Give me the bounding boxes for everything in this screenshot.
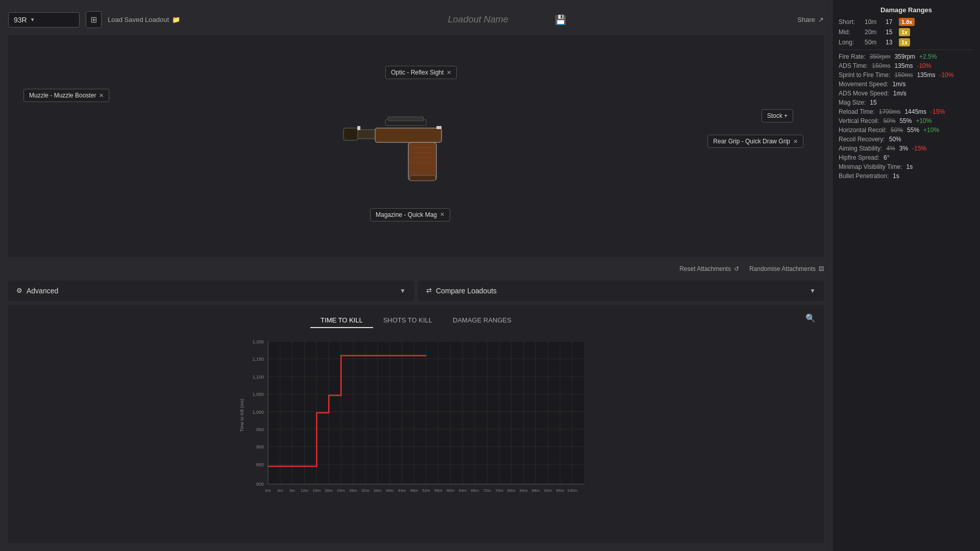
long-value: 13 xyxy=(886,39,896,46)
muzzle-close-icon[interactable]: ✕ xyxy=(99,92,104,99)
svg-text:12m: 12m xyxy=(301,488,309,493)
stat-ads-label: ADS Time: xyxy=(839,62,868,69)
gun-svg xyxy=(329,95,503,197)
magazine-label: Magazine - Quick Mag xyxy=(376,211,437,218)
svg-rect-5 xyxy=(408,142,436,181)
svg-text:850: 850 xyxy=(256,462,264,467)
svg-rect-3 xyxy=(344,128,358,140)
chevron-down-icon: ▼ xyxy=(30,17,35,22)
damage-ranges-title: Damage Ranges xyxy=(839,6,974,14)
tab-shots-to-kill[interactable]: SHOTS TO KILL xyxy=(373,313,443,328)
svg-text:96m: 96m xyxy=(556,488,565,493)
stat-fire-rate-old: 350rpm xyxy=(870,53,891,60)
advanced-label: Advanced xyxy=(27,287,396,295)
damage-row-long: Long: 50m 13 1x xyxy=(839,38,974,46)
stat-sprint-fire-label: Sprint to Fire Time: xyxy=(839,71,890,79)
weapon-select[interactable]: 93R ▼ xyxy=(8,12,80,28)
dice-icon: ⚄ xyxy=(819,265,824,272)
stock-label: Stock + xyxy=(767,112,788,119)
svg-text:800: 800 xyxy=(256,482,264,487)
zoom-icon[interactable]: 🔍 xyxy=(805,313,816,323)
optic-attachment[interactable]: Optic - Reflex Sight ✕ xyxy=(385,66,457,79)
stat-sprint-change: -10% xyxy=(939,71,953,79)
compare-header[interactable]: ⇄ Compare Loadouts ▼ xyxy=(426,287,816,295)
grid-icon[interactable]: ⊞ xyxy=(86,11,102,28)
rear-grip-close-icon[interactable]: ✕ xyxy=(793,138,798,145)
advanced-header[interactable]: ⚙ Advanced ▼ xyxy=(16,287,406,295)
stat-recoil-recovery-value: 50% xyxy=(889,136,901,143)
svg-text:52m: 52m xyxy=(422,488,430,493)
svg-text:44m: 44m xyxy=(398,488,406,493)
reset-label: Reset Attachments xyxy=(679,265,731,272)
muzzle-attachment[interactable]: Muzzle - Muzzle Booster ✕ xyxy=(23,89,109,102)
mid-badge: 1x xyxy=(899,28,910,36)
chart-area: TIME TO KILL SHOTS TO KILL DAMAGE RANGES… xyxy=(8,305,824,543)
svg-text:84m: 84m xyxy=(520,488,528,493)
reset-attachments-button[interactable]: Reset Attachments ↺ xyxy=(679,265,739,272)
stat-vert-new: 55% xyxy=(899,117,912,124)
save-icon[interactable]: 💾 xyxy=(555,14,566,26)
loadout-name-area: 💾 xyxy=(186,14,781,26)
stat-ads-move-label: ADS Move Speed: xyxy=(839,90,889,97)
svg-text:900: 900 xyxy=(256,444,264,449)
stat-sprint-new: 135ms xyxy=(917,71,935,79)
optic-close-icon[interactable]: ✕ xyxy=(447,69,451,76)
stat-bullet-pen: Bullet Penetration: 1s xyxy=(839,172,974,180)
stat-ads-change: -10% xyxy=(917,62,931,69)
magazine-close-icon[interactable]: ✕ xyxy=(440,211,445,218)
stat-bullet-pen-label: Bullet Penetration: xyxy=(839,172,889,180)
stat-sprint-fire: Sprint to Fire Time: 150ms 135ms -10% xyxy=(839,71,974,79)
randomise-label: Randomise Attachments xyxy=(749,265,816,272)
svg-text:76m: 76m xyxy=(495,488,503,493)
compare-label: Compare Loadouts xyxy=(436,287,805,295)
mid-label: Mid: xyxy=(839,29,862,36)
stat-fire-rate-change: +2.5% xyxy=(919,53,937,60)
stat-reload-label: Reload Time: xyxy=(839,108,875,115)
stat-sprint-old: 150ms xyxy=(894,71,913,79)
stat-aiming-old: 4% xyxy=(886,145,895,152)
svg-text:950: 950 xyxy=(256,427,264,432)
right-panel: Damage Ranges Short: 10m 17 1.8x Mid: 20… xyxy=(832,0,980,551)
tab-time-to-kill[interactable]: TIME TO KILL xyxy=(310,313,373,328)
load-saved-button[interactable]: Load Saved Loadout 📁 xyxy=(108,16,180,23)
chart-svg: 1,200 1,150 1,100 1,050 1,000 950 900 85… xyxy=(16,336,816,510)
loadout-name-input[interactable] xyxy=(402,14,555,25)
rear-grip-attachment[interactable]: Rear Grip - Quick Draw Grip ✕ xyxy=(707,135,803,148)
short-label: Short: xyxy=(839,18,862,26)
stat-fire-rate-label: Fire Rate: xyxy=(839,53,866,60)
svg-text:40m: 40m xyxy=(386,488,394,493)
mid-value: 15 xyxy=(886,29,896,36)
stat-ads-move-value: 1m/s xyxy=(893,90,906,97)
damage-row-short: Short: 10m 17 1.8x xyxy=(839,18,974,26)
stat-hipfire-value: 6° xyxy=(884,154,889,161)
svg-text:60m: 60m xyxy=(447,488,455,493)
optic-label: Optic - Reflex Sight xyxy=(391,69,444,76)
long-distance: 50m xyxy=(865,39,883,46)
svg-rect-11 xyxy=(357,126,360,130)
magazine-attachment[interactable]: Magazine - Quick Mag ✕ xyxy=(370,208,450,221)
svg-text:72m: 72m xyxy=(483,488,491,493)
weapon-name: 93R xyxy=(14,16,27,24)
stat-minimap: Minimap Visibility Time: 1s xyxy=(839,163,974,170)
stat-horiz-label: Horizontal Recoil: xyxy=(839,127,887,134)
sections-row: ⚙ Advanced ▼ ⇄ Compare Loadouts ▼ xyxy=(8,281,824,301)
svg-text:64m: 64m xyxy=(459,488,467,493)
weapon-area: Optic - Reflex Sight ✕ Muzzle - Muzzle B… xyxy=(8,35,824,257)
compare-chevron-icon: ▼ xyxy=(810,287,816,294)
svg-text:56m: 56m xyxy=(434,488,443,493)
stock-attachment[interactable]: Stock + xyxy=(762,109,793,122)
short-distance: 10m xyxy=(865,18,883,26)
share-button[interactable]: Share ↗ xyxy=(797,16,824,23)
svg-text:20m: 20m xyxy=(325,488,333,493)
stat-ads-time: ADS Time: 150ms 135ms -10% xyxy=(839,62,974,69)
stat-reload: Reload Time: 1700ms 1445ms -15% xyxy=(839,108,974,115)
svg-text:88m: 88m xyxy=(532,488,540,493)
stat-mag-label: Mag Size: xyxy=(839,99,866,106)
randomise-attachments-button[interactable]: Randomise Attachments ⚄ xyxy=(749,265,824,272)
tab-damage-ranges[interactable]: DAMAGE RANGES xyxy=(443,313,522,328)
stat-move-speed: Movement Speed: 1m/s xyxy=(839,81,974,88)
stat-horiz-new: 55% xyxy=(907,127,919,134)
svg-text:28m: 28m xyxy=(349,488,357,493)
chart-tabs: TIME TO KILL SHOTS TO KILL DAMAGE RANGES… xyxy=(16,313,816,328)
stat-vert-change: +10% xyxy=(916,117,932,124)
